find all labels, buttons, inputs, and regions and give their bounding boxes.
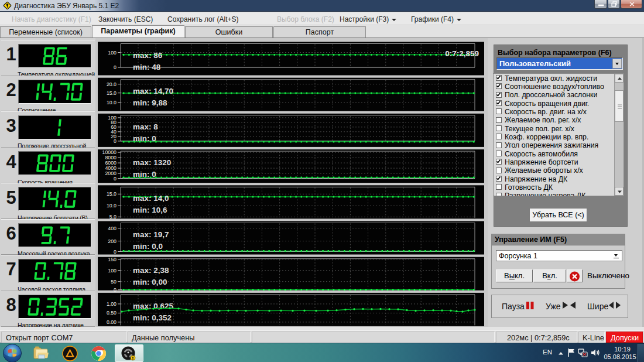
svg-text:1.00: 1.00 [107,301,117,307]
svg-text:min: 0,00: min: 0,00 [133,278,167,286]
svg-text:0.00: 0.00 [107,319,117,325]
svg-text:0.50: 0.50 [107,310,117,316]
svg-text:20.0: 20.0 [107,81,117,87]
svg-text:max: 14,70: max: 14,70 [133,87,173,95]
svg-text:400: 400 [108,226,117,231]
svg-text:max: 2,38: max: 2,38 [133,266,169,275]
svg-text:max: 1320: max: 1320 [133,158,171,167]
svg-text:max: 19,7: max: 19,7 [133,230,169,239]
svg-text:min: 10,6: min: 10,6 [133,206,167,214]
svg-text:max: 14,0: max: 14,0 [133,194,169,203]
svg-text:0: 0 [114,64,117,70]
svg-text:100: 100 [108,50,117,56]
svg-text:min: 0: min: 0 [133,170,156,179]
svg-text:5.0: 5.0 [109,214,117,220]
svg-text:15.0: 15.0 [107,191,117,197]
svg-text:200: 200 [108,238,117,244]
svg-text:50: 50 [111,279,117,285]
svg-text:max: 8: max: 8 [133,122,158,131]
svg-text:15.0: 15.0 [107,90,117,96]
svg-text:min: 0,352: min: 0,352 [133,313,172,322]
svg-text:100: 100 [108,268,117,274]
svg-text:0: 0 [114,176,117,182]
svg-text:10.0: 10.0 [107,100,117,105]
svg-text:max: 86: max: 86 [133,51,163,60]
svg-text:0:7:2,859: 0:7:2,859 [445,49,479,58]
svg-text:min: 0: min: 0 [133,134,156,143]
svg-text:min: 48: min: 48 [133,63,161,71]
svg-text:0: 0 [114,287,117,293]
svg-text:150: 150 [108,257,117,262]
svg-text:min: 0,0: min: 0,0 [133,242,163,251]
svg-text:min: 9,88: min: 9,88 [133,98,167,107]
svg-text:0: 0 [114,249,117,255]
svg-text:10.0: 10.0 [107,203,117,209]
svg-text:0: 0 [114,138,117,144]
